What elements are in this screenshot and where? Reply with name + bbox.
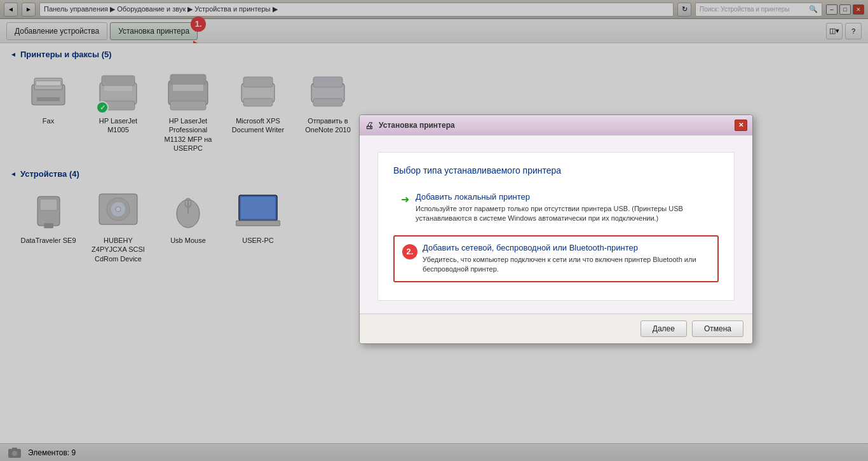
printer-icon: 🖨: [365, 120, 374, 130]
step2-annotation: 2.: [402, 244, 417, 259]
local-printer-desc: Используйте этот параметр только при отс…: [416, 204, 711, 224]
dialog-overlay: 🖨 Установка принтера ✕ Выбор типа устана…: [0, 0, 868, 461]
next-button[interactable]: Далее: [641, 320, 687, 337]
local-printer-title: Добавить локальный принтер: [416, 192, 711, 202]
dialog-heading: Выбор типа устанавливаемого принтера: [393, 165, 719, 175]
local-option-arrow-icon: ➜: [401, 193, 409, 205]
add-network-printer-option[interactable]: 2. Добавить сетевой, беспроводной или Bl…: [393, 235, 719, 282]
network-printer-content: Добавить сетевой, беспроводной или Bluet…: [423, 243, 710, 275]
network-printer-title: Добавить сетевой, беспроводной или Bluet…: [423, 243, 710, 252]
install-printer-dialog: 🖨 Установка принтера ✕ Выбор типа устана…: [359, 114, 753, 344]
dialog-body: Выбор типа устанавливаемого принтера ➜ Д…: [377, 152, 735, 301]
cancel-button[interactable]: Отмена: [692, 320, 743, 337]
dialog-title: Установка принтера: [379, 121, 455, 130]
dialog-close-button[interactable]: ✕: [735, 120, 747, 131]
dialog-titlebar: 🖨 Установка принтера ✕: [360, 115, 752, 135]
network-printer-desc: Убедитесь, что компьютер подключен к сет…: [423, 255, 710, 275]
local-printer-content: Добавить локальный принтер Используйте э…: [416, 192, 711, 224]
dialog-footer: Далее Отмена: [360, 313, 752, 343]
add-local-printer-option[interactable]: ➜ Добавить локальный принтер Используйте…: [393, 186, 719, 230]
